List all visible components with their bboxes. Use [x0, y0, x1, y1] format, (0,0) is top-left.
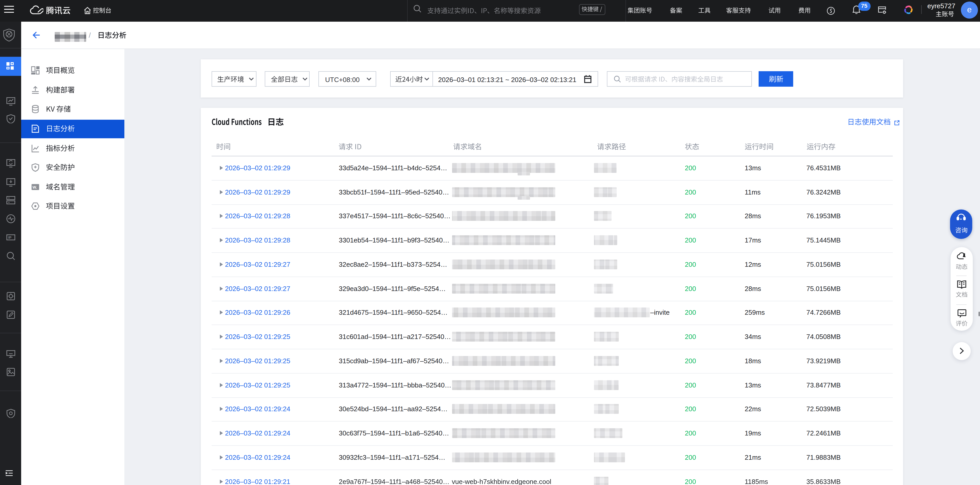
- svg-text:IP: IP: [8, 235, 11, 239]
- svg-text:W.: W.: [32, 185, 37, 189]
